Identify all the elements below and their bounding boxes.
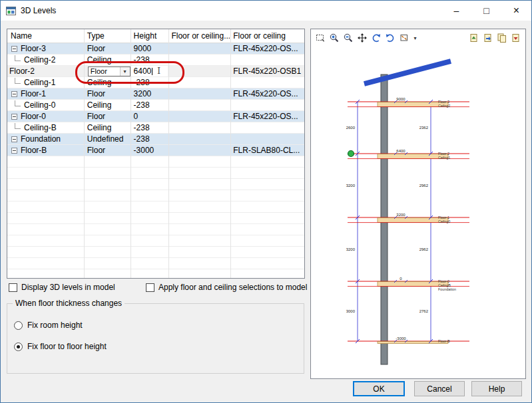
checkbox-display-3d-levels[interactable]: Display 3D levels in model [9,283,115,292]
collapse-minus-icon[interactable] [11,46,17,52]
row-height-cell[interactable]: -238 [131,77,168,88]
table-row[interactable]: Floor-1Floor3200FLR-45x220-OS... [7,88,304,100]
row-floor-ceiling-cell[interactable] [230,134,304,144]
cancel-button[interactable]: Cancel [414,381,465,396]
row-type-cell[interactable]: Ceiling [84,100,131,110]
row-floor-ceiling-cell[interactable]: FLR-45x220-OS... [230,43,304,54]
row-floor-ceiling-cell[interactable] [230,122,304,133]
row-floor-ceiling-cell[interactable]: FLR-45x220-OS... [230,88,304,99]
row-type-cell[interactable]: Ceiling [84,122,131,133]
rotate-left-icon[interactable] [370,32,383,45]
row-height-cell[interactable]: 0 [131,111,168,122]
zoom-window-icon[interactable] [314,32,327,45]
levels-diagram-canvas[interactable]: 9000Floor-3Ceilng2260023626400Floor-2Cei… [311,45,525,378]
table-row[interactable]: FoundationUndefined-238 [7,134,304,145]
radio-icon[interactable] [14,321,23,330]
row-type-cell[interactable]: Floor [84,88,131,99]
collapse-minus-icon[interactable] [11,136,17,142]
snapshot-icon[interactable] [467,32,481,45]
rotate-right-icon[interactable] [384,32,397,45]
row-floor-ceiling-sel-cell[interactable] [168,77,230,88]
fit-view-icon[interactable] [398,32,411,45]
row-type-cell[interactable]: Floor [84,43,131,54]
row-name-cell[interactable]: Ceiling-2 [7,55,84,65]
row-name-cell[interactable]: Foundation [7,134,84,144]
copy-view-icon[interactable] [481,32,495,45]
column-header-floor-ceiling-sel[interactable]: Floor or ceiling... [168,29,230,43]
table-row[interactable]: Ceiling-BCeiling-238 [7,122,304,134]
table-row[interactable]: Floor-3Floor9000FLR-45x220-OS... [7,43,304,55]
checkbox-icon[interactable] [9,283,17,292]
row-height-cell[interactable]: -238 [131,55,168,65]
row-height-cell[interactable]: -238 [131,122,168,133]
ok-button[interactable]: OK [353,381,405,396]
radio-fix-room-height[interactable]: Fix room height [14,321,83,330]
table-row[interactable]: Floor-2Floor▾6400IFLR-45x220-OSB1 [7,66,304,77]
row-floor-ceiling-sel-cell[interactable] [168,66,230,76]
row-floor-ceiling-sel-cell[interactable] [168,100,230,110]
preview-panel: ▾ 9000Floor-3Ceilng2260023626400Floor-2C… [310,29,526,379]
row-floor-ceiling-cell[interactable]: FLR-SLAB80-CL... [230,145,304,156]
row-height-cell[interactable]: 6400I [131,66,168,76]
help-button[interactable]: Help [471,381,522,396]
type-combobox[interactable]: Floor▾ [88,67,131,76]
collapse-minus-icon[interactable] [11,148,17,154]
row-height-cell[interactable]: -238 [131,100,168,110]
column-header-height[interactable]: Height [131,29,168,43]
row-floor-ceiling-cell[interactable] [230,77,304,88]
row-floor-ceiling-sel-cell[interactable] [168,111,230,122]
row-name-cell[interactable]: Floor-1 [7,88,84,99]
row-type-cell[interactable]: Floor▾ [84,66,131,76]
row-floor-ceiling-sel-cell[interactable] [168,88,230,99]
zoom-in-icon[interactable] [328,32,341,45]
row-name-cell[interactable]: Ceiling-0 [7,100,84,110]
table-row[interactable]: Floor-0Floor0FLR-45x220-OS... [7,111,304,122]
radio-icon[interactable] [14,342,23,351]
row-floor-ceiling-sel-cell[interactable] [168,134,230,144]
checkbox-apply-selections[interactable]: Apply floor and ceiling selections to mo… [146,283,307,292]
chevron-down-icon[interactable]: ▾ [120,67,130,76]
table-row[interactable]: Ceiling-1Ceiling-238 [7,77,304,88]
collapse-minus-icon[interactable] [11,114,17,120]
row-name-cell[interactable]: Ceiling-1 [7,77,84,88]
row-type-cell[interactable]: Floor [84,111,131,122]
column-header-floor-ceiling[interactable]: Floor or ceiling [230,29,304,43]
collapse-minus-icon[interactable] [11,91,17,97]
table-row[interactable]: Ceiling-2Ceiling-238 [7,55,304,66]
row-floor-ceiling-cell[interactable]: FLR-45x220-OSB1 [230,66,304,76]
column-header-name[interactable]: Name [7,29,84,43]
pan-icon[interactable] [356,32,369,45]
row-floor-ceiling-cell[interactable] [230,100,304,110]
row-height-cell[interactable]: 3200 [131,88,168,99]
export-view-icon[interactable] [509,32,523,45]
row-name-cell[interactable]: Ceiling-B [7,122,84,133]
row-floor-ceiling-cell[interactable] [230,55,304,65]
row-name-cell[interactable]: Floor-3 [7,43,84,54]
row-type-cell[interactable]: Undefined [84,134,131,144]
radio-fix-floor-to-floor-height[interactable]: Fix floor to floor height [14,342,107,351]
row-floor-ceiling-sel-cell[interactable] [168,122,230,133]
column-header-type[interactable]: Type [84,29,131,43]
row-floor-ceiling-sel-cell[interactable] [168,55,230,65]
row-type-cell[interactable]: Ceiling [84,55,131,65]
fit-view-dropdown-icon[interactable]: ▾ [411,32,419,45]
row-floor-ceiling-cell[interactable]: FLR-45x220-OS... [230,111,304,122]
row-height-cell[interactable]: -238 [131,134,168,144]
maximize-button[interactable]: □ [471,1,501,21]
row-type-cell[interactable]: Ceiling [84,77,131,88]
row-height-cell[interactable]: -3000 [131,145,168,156]
row-floor-ceiling-sel-cell[interactable] [168,145,230,156]
row-type-cell[interactable]: Floor [84,145,131,156]
duplicate-view-icon[interactable] [495,32,509,45]
row-floor-ceiling-sel-cell[interactable] [168,43,230,54]
table-row[interactable]: Floor-BFloor-3000FLR-SLAB80-CL... [7,145,304,156]
close-button[interactable]: × [501,1,531,21]
row-height-cell[interactable]: 9000 [131,43,168,54]
minimize-button[interactable]: – [441,1,471,21]
row-name-cell[interactable]: Floor-2 [7,66,84,76]
row-name-cell[interactable]: Floor-B [7,145,84,156]
checkbox-icon[interactable] [146,283,154,292]
zoom-out-icon[interactable] [342,32,355,45]
row-name-cell[interactable]: Floor-0 [7,111,84,122]
table-row[interactable]: Ceiling-0Ceiling-238 [7,100,304,111]
